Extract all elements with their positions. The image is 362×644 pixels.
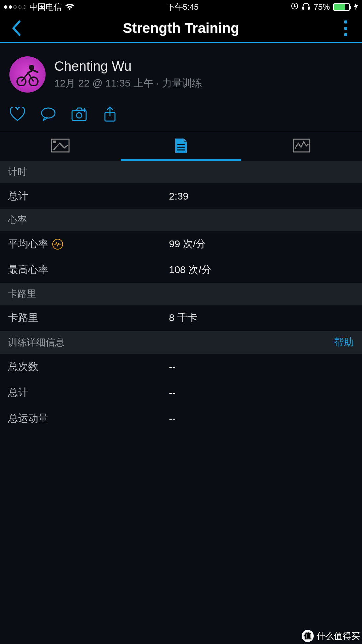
svg-point-7 bbox=[42, 108, 55, 118]
watermark-text: 什么值得买 bbox=[316, 630, 360, 642]
camera-button[interactable] bbox=[71, 106, 87, 122]
row-volume: 总运动量 -- bbox=[0, 406, 362, 431]
status-time: 下午5:45 bbox=[167, 2, 199, 12]
value-max-hr: 108 次/分 bbox=[169, 263, 354, 277]
signal-icon bbox=[4, 5, 26, 9]
user-section: Chenting Wu 12月 22 @ 11:35 上午 · 力量训练 bbox=[0, 43, 362, 103]
label-volume: 总运动量 bbox=[8, 412, 169, 425]
status-left: 中国电信 bbox=[4, 2, 74, 12]
label-reps: 总次数 bbox=[8, 360, 169, 374]
label-calories: 卡路里 bbox=[8, 311, 169, 325]
tab-details[interactable] bbox=[121, 132, 241, 161]
action-row bbox=[0, 103, 362, 131]
row-reps: 总次数 -- bbox=[0, 354, 362, 380]
comment-button[interactable] bbox=[40, 106, 56, 122]
row-max-hr: 最高心率 108 次/分 bbox=[0, 257, 362, 283]
like-button[interactable] bbox=[9, 106, 25, 122]
user-meta: 12月 22 @ 11:35 上午 · 力量训练 bbox=[54, 76, 202, 90]
row-avg-hr: 平均心率 99 次/分 bbox=[0, 231, 362, 257]
page-title: Strength Training bbox=[123, 20, 239, 36]
section-timer: 计时 bbox=[0, 161, 362, 183]
more-menu-button[interactable] bbox=[339, 20, 353, 36]
label-avg-hr: 平均心率 bbox=[8, 237, 169, 251]
tab-map[interactable] bbox=[0, 132, 121, 161]
svg-rect-8 bbox=[72, 110, 86, 120]
row-total2: 总计 -- bbox=[0, 380, 362, 406]
row-total-time: 总计 2:39 bbox=[0, 183, 362, 209]
label-total2: 总计 bbox=[8, 386, 169, 399]
svg-rect-15 bbox=[53, 141, 56, 143]
user-info: Chenting Wu 12月 22 @ 11:35 上午 · 力量训练 bbox=[54, 59, 202, 90]
share-button[interactable] bbox=[102, 106, 118, 122]
status-right: 75% bbox=[291, 2, 358, 12]
svg-rect-3 bbox=[308, 7, 310, 10]
avatar[interactable] bbox=[9, 56, 46, 93]
value-volume: -- bbox=[169, 413, 354, 424]
rotation-lock-icon bbox=[291, 2, 298, 12]
svg-rect-2 bbox=[302, 7, 304, 10]
headphones-icon bbox=[302, 2, 310, 12]
tab-chart[interactable] bbox=[241, 132, 362, 161]
hr-sensor-icon bbox=[52, 239, 63, 250]
carrier-label: 中国电信 bbox=[29, 2, 62, 12]
section-hr: 心率 bbox=[0, 209, 362, 231]
svg-point-9 bbox=[76, 113, 82, 118]
row-calories: 卡路里 8 千卡 bbox=[0, 305, 362, 331]
nav-header: Strength Training bbox=[0, 14, 362, 43]
battery-pct: 75% bbox=[314, 2, 330, 12]
wifi-icon bbox=[65, 3, 74, 11]
value-calories: 8 千卡 bbox=[169, 311, 354, 325]
label-total-time: 总计 bbox=[8, 189, 169, 203]
help-link[interactable]: 帮助 bbox=[334, 335, 354, 349]
section-calories: 卡路里 bbox=[0, 283, 362, 305]
value-total-time: 2:39 bbox=[169, 191, 354, 202]
screen: 中国电信 下午5:45 75% Strength Training bbox=[0, 0, 362, 644]
status-bar: 中国电信 下午5:45 75% bbox=[0, 0, 362, 14]
label-max-hr: 最高心率 bbox=[8, 263, 169, 277]
value-total2: -- bbox=[169, 387, 354, 398]
svg-point-6 bbox=[29, 65, 34, 70]
tab-bar bbox=[0, 131, 362, 161]
value-avg-hr: 99 次/分 bbox=[169, 237, 354, 251]
back-button[interactable] bbox=[9, 18, 23, 38]
charging-icon bbox=[354, 2, 358, 12]
svg-rect-1 bbox=[294, 6, 296, 7]
battery-icon bbox=[333, 3, 350, 11]
value-reps: -- bbox=[169, 361, 354, 373]
section-details: 训练详细信息 帮助 bbox=[0, 331, 362, 354]
watermark-badge-icon: 值 bbox=[302, 630, 314, 642]
watermark: 值 什么值得买 bbox=[302, 630, 360, 642]
user-name: Chenting Wu bbox=[54, 59, 202, 74]
